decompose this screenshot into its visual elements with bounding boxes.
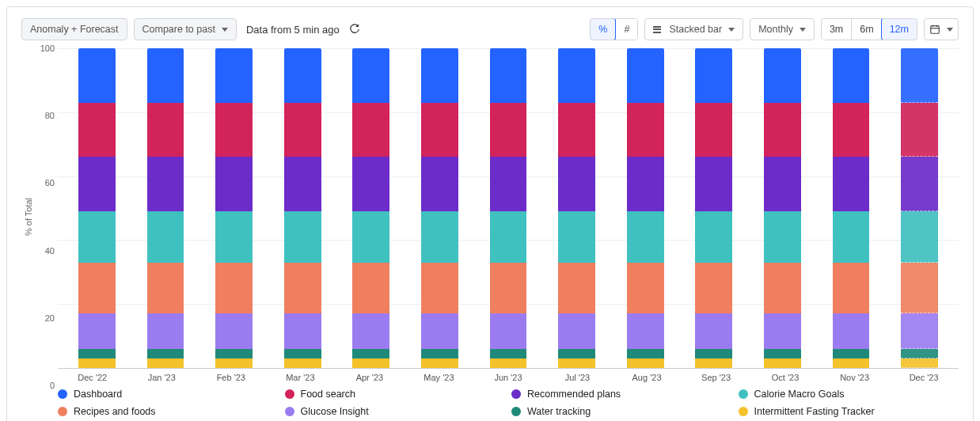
bar-segment: [764, 48, 801, 103]
bar-segment: [284, 103, 321, 157]
x-tick: Sep '23: [682, 373, 751, 382]
x-tick: Aug '23: [612, 373, 682, 382]
chart-area: % of Total 020406080100 Dec '22Jan '23Fe…: [21, 48, 959, 385]
legend-label: Water tracking: [527, 406, 591, 417]
bar-segment: [284, 349, 321, 358]
chart-type-selector[interactable]: Stacked bar: [644, 18, 743, 40]
stacked-bar[interactable]: [490, 48, 527, 368]
bar-segment: [627, 211, 664, 263]
calendar-icon: [929, 24, 940, 35]
chevron-down-icon: [947, 28, 953, 32]
bar-segment: [147, 48, 184, 103]
date-picker-button[interactable]: [924, 18, 959, 40]
legend-swatch: [285, 407, 294, 416]
bar-segment: [627, 157, 664, 211]
bar-segment: [695, 211, 732, 263]
legend-swatch: [511, 407, 521, 416]
x-tick: Jun '23: [473, 373, 543, 382]
bar-segment: [558, 103, 595, 157]
stacked-bar[interactable]: [695, 48, 732, 368]
bar-segment: [352, 157, 389, 211]
refresh-icon[interactable]: [349, 24, 360, 35]
legend-item[interactable]: Calorie Macro Goals: [739, 389, 959, 400]
bar-segment: [901, 103, 938, 157]
toolbar: Anomaly + Forecast Compare to past Data …: [21, 18, 959, 40]
stacked-bar[interactable]: [215, 48, 253, 368]
bar-segment: [352, 349, 389, 358]
bar-segment: [764, 358, 801, 368]
stacked-bar[interactable]: [901, 48, 938, 368]
stacked-bar[interactable]: [627, 48, 664, 368]
interval-selector[interactable]: Monthly: [750, 18, 815, 40]
bar-segment: [833, 157, 870, 211]
x-tick: Jan '23: [127, 373, 197, 382]
unit-percent-button[interactable]: %: [590, 18, 616, 40]
range-12m-button[interactable]: 12m: [881, 18, 917, 40]
bar-segment: [558, 349, 595, 358]
stacked-bar[interactable]: [284, 48, 321, 368]
bar-segment: [695, 313, 732, 348]
legend-item[interactable]: Glucose Insight: [285, 406, 506, 417]
range-6m-button[interactable]: 6m: [851, 19, 881, 40]
stacked-bar[interactable]: [764, 48, 801, 368]
unit-count-button[interactable]: #: [615, 19, 637, 40]
bar-segment: [490, 211, 527, 263]
bar-segment: [627, 349, 664, 358]
plot-column: Dec '22Jan '23Feb '23Mar '23Apr '23May '…: [58, 48, 959, 385]
x-axis-ticks: Dec '22Jan '23Feb '23Mar '23Apr '23May '…: [58, 368, 959, 385]
bar-segment: [833, 349, 870, 358]
bar-segment: [215, 349, 253, 358]
bar-segment: [147, 358, 184, 368]
stacked-bar[interactable]: [421, 48, 458, 368]
stacked-bar[interactable]: [833, 48, 870, 368]
stacked-bar[interactable]: [78, 48, 116, 368]
x-tick: May '23: [405, 373, 474, 382]
legend-item[interactable]: Recommended plans: [511, 389, 732, 400]
bar-segment: [78, 263, 116, 314]
bar-segment: [215, 211, 253, 263]
stacked-bar[interactable]: [352, 48, 389, 368]
bar-segment: [421, 103, 458, 157]
bar-segment: [78, 313, 116, 348]
bar-segment: [147, 211, 184, 263]
legend-item[interactable]: Food search: [285, 389, 506, 400]
legend-item[interactable]: Dashboard: [58, 389, 279, 400]
bar-segment: [695, 263, 732, 314]
bar-segment: [901, 211, 938, 263]
bar-segment: [558, 358, 595, 368]
range-toggle: 3m 6m 12m: [821, 18, 917, 40]
bar-segment: [284, 157, 321, 211]
bar-segment: [833, 358, 870, 368]
bar-segment: [764, 157, 801, 211]
y-tick: 100: [40, 44, 55, 53]
x-tick: Jul '23: [543, 373, 613, 382]
bar-segment: [147, 349, 184, 358]
legend-item[interactable]: Recipes and foods: [58, 406, 279, 417]
x-tick: Feb '23: [196, 373, 266, 382]
legend-swatch: [58, 389, 67, 399]
legend-item[interactable]: Water tracking: [511, 406, 732, 417]
legend-item[interactable]: Intermittent Fasting Tracker: [739, 406, 959, 417]
bar-segment: [78, 48, 116, 103]
anomaly-forecast-button[interactable]: Anomaly + Forecast: [21, 18, 127, 40]
bar-segment: [764, 349, 801, 358]
bar-segment: [78, 211, 116, 263]
stacked-bar[interactable]: [147, 48, 184, 368]
y-tick: 20: [45, 313, 55, 323]
legend-swatch: [739, 389, 748, 399]
bar-segment: [421, 157, 458, 211]
y-axis-label-wrap: % of Total: [21, 48, 36, 385]
stacked-bar[interactable]: [558, 48, 595, 368]
bar-segment: [558, 157, 595, 211]
bar-segment: [421, 211, 458, 263]
bar-segment: [284, 211, 321, 263]
bar-segment: [215, 48, 253, 103]
bar-segment: [215, 263, 253, 314]
bar-segment: [490, 103, 527, 157]
range-3m-button[interactable]: 3m: [822, 19, 851, 40]
compare-to-past-button[interactable]: Compare to past: [134, 18, 237, 40]
bar-segment: [421, 358, 458, 368]
x-tick: Oct '23: [750, 373, 820, 382]
bar-segment: [901, 48, 938, 103]
interval-label: Monthly: [758, 24, 793, 35]
